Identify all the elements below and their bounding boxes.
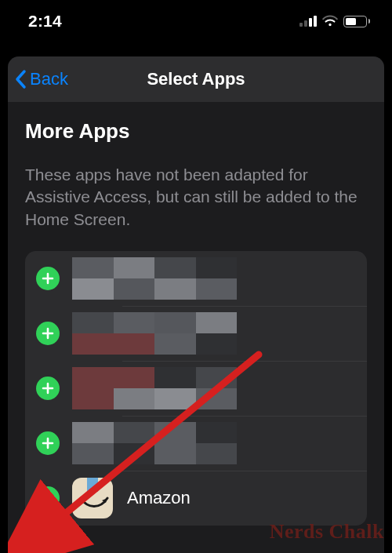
redacted-app xyxy=(72,422,237,464)
redacted-app xyxy=(72,367,237,409)
battery-icon xyxy=(343,16,370,27)
redacted-app xyxy=(72,312,237,355)
nav-bar: Back Select Apps xyxy=(8,56,384,102)
amazon-app-icon xyxy=(72,478,113,518)
section-description: These apps have not been adapted for Ass… xyxy=(25,164,367,231)
plus-icon xyxy=(42,382,54,395)
content: More Apps These apps have not been adapt… xyxy=(8,102,384,526)
add-button[interactable] xyxy=(36,322,60,345)
chevron-left-icon xyxy=(14,69,28,89)
app-row-redacted[interactable] xyxy=(25,361,367,416)
status-icons xyxy=(299,15,370,27)
back-button[interactable]: Back xyxy=(8,69,68,89)
wifi-icon xyxy=(321,15,339,27)
add-button[interactable] xyxy=(36,431,60,455)
add-button[interactable] xyxy=(36,377,60,400)
plus-icon xyxy=(42,327,54,340)
back-label: Back xyxy=(30,69,68,89)
apps-list: Amazon xyxy=(25,251,367,526)
app-row-redacted[interactable] xyxy=(25,306,367,361)
plus-icon xyxy=(42,492,54,504)
plus-icon xyxy=(42,272,54,285)
app-row-redacted[interactable] xyxy=(25,416,367,471)
section-title: More Apps xyxy=(25,119,367,144)
add-button[interactable] xyxy=(36,267,60,290)
status-time: 2:14 xyxy=(28,12,62,31)
redacted-app xyxy=(72,257,237,300)
status-bar: 2:14 xyxy=(0,0,392,42)
cellular-signal-icon xyxy=(299,16,317,27)
app-row-amazon[interactable]: Amazon xyxy=(25,471,367,526)
app-row-redacted[interactable] xyxy=(25,251,367,306)
add-button[interactable] xyxy=(36,486,60,510)
settings-sheet: Back Select Apps More Apps These apps ha… xyxy=(8,56,384,553)
app-label: Amazon xyxy=(127,488,191,508)
plus-icon xyxy=(42,437,54,449)
